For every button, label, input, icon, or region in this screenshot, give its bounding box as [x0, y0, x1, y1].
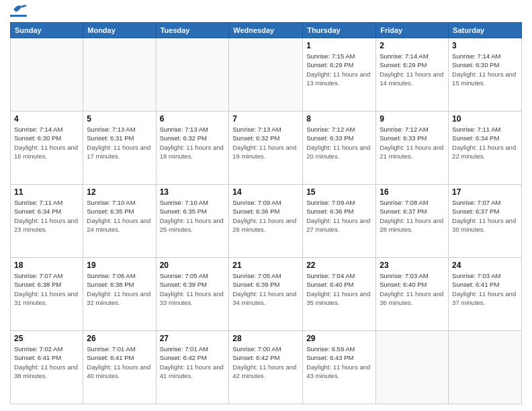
- calendar-cell: 24Sunrise: 7:03 AMSunset: 6:41 PMDayligh…: [449, 258, 522, 331]
- day-number: 7: [232, 114, 299, 124]
- calendar-cell: [376, 331, 449, 404]
- sunrise-label: Sunrise:: [380, 272, 403, 279]
- column-header-monday: Monday: [83, 23, 156, 38]
- daylight-label: Daylight:: [232, 144, 257, 151]
- calendar-cell: 10Sunrise: 7:11 AMSunset: 6:34 PMDayligh…: [449, 111, 522, 185]
- daylight-label: Daylight:: [160, 290, 185, 298]
- calendar-cell: 4Sunrise: 7:14 AMSunset: 6:30 PMDaylight…: [11, 111, 83, 185]
- calendar-week-row: 1Sunrise: 7:15 AMSunset: 6:29 PMDaylight…: [11, 38, 522, 111]
- calendar-cell: [11, 38, 83, 111]
- sunset-label: Sunset:: [87, 354, 108, 361]
- day-number: 14: [232, 187, 299, 197]
- sunset-label: Sunset:: [232, 354, 254, 361]
- sunset-label: Sunset:: [160, 354, 181, 361]
- calendar-cell: 28Sunrise: 7:00 AMSunset: 6:42 PMDayligh…: [229, 331, 303, 404]
- sunrise-label: Sunrise:: [87, 272, 110, 279]
- daylight-label: Daylight:: [306, 217, 331, 224]
- calendar-cell: 9Sunrise: 7:12 AMSunset: 6:33 PMDaylight…: [376, 111, 449, 185]
- calendar-cell: 20Sunrise: 7:05 AMSunset: 6:39 PMDayligh…: [156, 258, 229, 331]
- sunrise-label: Sunrise:: [306, 272, 330, 279]
- daylight-label: Daylight:: [14, 144, 39, 151]
- sunset-label: Sunset:: [306, 208, 328, 215]
- day-number: 15: [306, 187, 372, 197]
- sunrise-label: Sunrise:: [160, 345, 183, 353]
- day-info: Sunrise: 7:00 AMSunset: 6:42 PMDaylight:…: [232, 345, 299, 380]
- sunset-label: Sunset:: [380, 281, 401, 288]
- day-info: Sunrise: 7:14 AMSunset: 6:29 PMDaylight:…: [380, 52, 445, 87]
- sunrise-label: Sunrise:: [452, 126, 476, 133]
- column-header-saturday: Saturday: [449, 23, 522, 38]
- calendar-cell: 3Sunrise: 7:14 AMSunset: 6:30 PMDaylight…: [449, 38, 522, 111]
- sunset-label: Sunset:: [380, 134, 401, 142]
- day-number: 8: [306, 114, 372, 124]
- sunrise-label: Sunrise:: [160, 199, 183, 206]
- daylight-label: Daylight:: [380, 144, 404, 151]
- day-info: Sunrise: 7:13 AMSunset: 6:32 PMDaylight:…: [160, 125, 226, 161]
- daylight-label: Daylight:: [306, 144, 331, 151]
- logo-underline: [10, 15, 27, 17]
- sunset-label: Sunset:: [452, 134, 474, 142]
- calendar-week-row: 25Sunrise: 7:02 AMSunset: 6:41 PMDayligh…: [11, 331, 522, 404]
- sunset-label: Sunset:: [306, 134, 328, 142]
- day-number: 21: [232, 261, 299, 270]
- day-info: Sunrise: 7:10 AMSunset: 6:35 PMDaylight:…: [160, 198, 226, 234]
- day-info: Sunrise: 7:15 AMSunset: 6:29 PMDaylight:…: [306, 52, 372, 87]
- day-number: 16: [380, 187, 445, 197]
- sunset-label: Sunset:: [452, 281, 474, 288]
- calendar-cell: 14Sunrise: 7:09 AMSunset: 6:36 PMDayligh…: [229, 185, 303, 258]
- sunset-label: Sunset:: [452, 61, 474, 68]
- calendar-cell: 26Sunrise: 7:01 AMSunset: 6:41 PMDayligh…: [83, 331, 156, 404]
- sunrise-label: Sunrise:: [232, 199, 256, 206]
- sunset-label: Sunset:: [232, 281, 254, 288]
- daylight-label: Daylight:: [452, 217, 477, 224]
- calendar-cell: 25Sunrise: 7:02 AMSunset: 6:41 PMDayligh…: [11, 331, 83, 404]
- day-number: 22: [306, 261, 372, 270]
- daylight-label: Daylight:: [14, 217, 39, 224]
- sunset-label: Sunset:: [87, 134, 108, 142]
- day-info: Sunrise: 7:11 AMSunset: 6:34 PMDaylight:…: [14, 198, 79, 234]
- column-header-sunday: Sunday: [11, 23, 83, 38]
- sunset-label: Sunset:: [380, 208, 401, 215]
- day-number: 17: [452, 187, 518, 197]
- calendar-cell: 19Sunrise: 7:06 AMSunset: 6:38 PMDayligh…: [83, 258, 156, 331]
- calendar-cell: 2Sunrise: 7:14 AMSunset: 6:29 PMDaylight…: [376, 38, 449, 111]
- sunset-label: Sunset:: [160, 134, 181, 142]
- day-info: Sunrise: 7:03 AMSunset: 6:41 PMDaylight:…: [452, 271, 518, 307]
- day-info: Sunrise: 7:14 AMSunset: 6:30 PMDaylight:…: [452, 52, 518, 87]
- daylight-label: Daylight:: [14, 363, 39, 371]
- page: SundayMondayTuesdayWednesdayThursdayFrid…: [0, 0, 532, 411]
- daylight-label: Daylight:: [14, 290, 39, 298]
- sunrise-label: Sunrise:: [232, 345, 256, 353]
- calendar-cell: 1Sunrise: 7:15 AMSunset: 6:29 PMDaylight…: [303, 38, 376, 111]
- sunset-label: Sunset:: [14, 354, 36, 361]
- sunrise-label: Sunrise:: [452, 52, 476, 60]
- logo: [10, 7, 27, 17]
- day-number: 11: [14, 187, 79, 197]
- sunrise-label: Sunrise:: [306, 52, 330, 60]
- day-info: Sunrise: 7:14 AMSunset: 6:30 PMDaylight:…: [14, 125, 79, 161]
- header: [10, 7, 522, 17]
- calendar-cell: 17Sunrise: 7:07 AMSunset: 6:37 PMDayligh…: [449, 185, 522, 258]
- sunset-label: Sunset:: [14, 281, 36, 288]
- daylight-label: Daylight:: [160, 217, 185, 224]
- day-info: Sunrise: 7:01 AMSunset: 6:42 PMDaylight:…: [160, 345, 226, 380]
- day-info: Sunrise: 7:09 AMSunset: 6:36 PMDaylight:…: [306, 198, 372, 234]
- day-info: Sunrise: 7:05 AMSunset: 6:39 PMDaylight:…: [232, 271, 299, 307]
- day-number: 25: [14, 334, 79, 343]
- daylight-label: Daylight:: [452, 71, 477, 78]
- day-number: 13: [160, 187, 226, 197]
- calendar-cell: 23Sunrise: 7:03 AMSunset: 6:40 PMDayligh…: [376, 258, 449, 331]
- daylight-label: Daylight:: [87, 363, 112, 371]
- calendar-cell: [156, 38, 229, 111]
- sunrise-label: Sunrise:: [14, 272, 38, 279]
- calendar-week-row: 18Sunrise: 7:07 AMSunset: 6:38 PMDayligh…: [11, 258, 522, 331]
- day-info: Sunrise: 7:13 AMSunset: 6:32 PMDaylight:…: [232, 125, 299, 161]
- calendar-week-row: 4Sunrise: 7:14 AMSunset: 6:30 PMDaylight…: [11, 111, 522, 185]
- day-number: 3: [452, 41, 518, 50]
- day-info: Sunrise: 7:11 AMSunset: 6:34 PMDaylight:…: [452, 125, 518, 161]
- calendar-cell: 13Sunrise: 7:10 AMSunset: 6:35 PMDayligh…: [156, 185, 229, 258]
- sunrise-label: Sunrise:: [232, 272, 256, 279]
- day-info: Sunrise: 7:12 AMSunset: 6:33 PMDaylight:…: [380, 125, 445, 161]
- sunrise-label: Sunrise:: [380, 52, 403, 60]
- day-info: Sunrise: 7:04 AMSunset: 6:40 PMDaylight:…: [306, 271, 372, 307]
